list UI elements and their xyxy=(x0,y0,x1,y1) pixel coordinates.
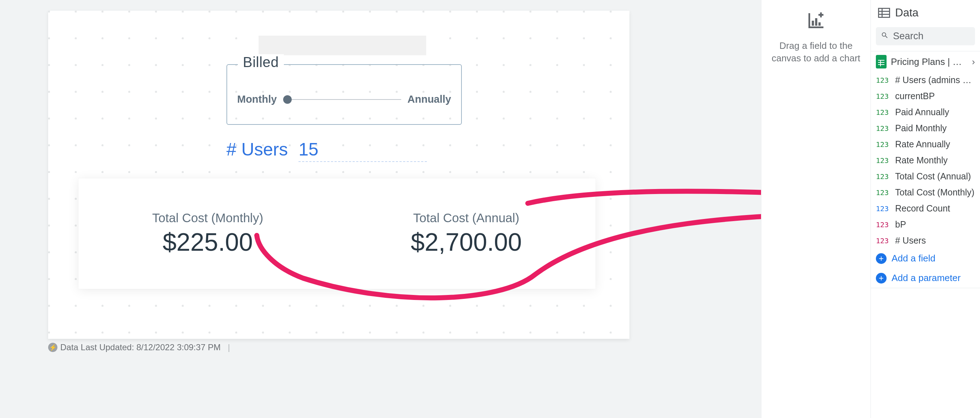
field-name: Paid Monthly xyxy=(895,123,947,134)
data-search[interactable]: Search xyxy=(876,27,975,45)
add-parameter-label: Add a parameter xyxy=(892,272,961,283)
field-name: Total Cost (Annual) xyxy=(895,171,971,181)
field-type-badge: 123 xyxy=(876,108,890,117)
metric-annual-value: $2,700.00 xyxy=(411,228,522,256)
field-row[interactable]: 123bP xyxy=(871,216,980,232)
chart-dropzone-panel: Drag a field to the canvas to add a char… xyxy=(761,0,870,418)
add-chart-icon xyxy=(806,11,826,31)
dropzone-hint-line1: Drag a field to the xyxy=(772,40,861,52)
field-name: Record Count xyxy=(895,203,950,214)
field-type-badge: 123 xyxy=(876,172,890,181)
footer-separator: | xyxy=(228,342,230,352)
slider-track xyxy=(283,99,401,100)
billed-option-annually: Annually xyxy=(407,94,451,105)
field-row[interactable]: 123currentBP xyxy=(871,88,980,104)
data-panel-title: Data xyxy=(895,6,918,19)
metric-monthly-title: Total Cost (Monthly) xyxy=(152,211,263,225)
field-name: currentBP xyxy=(895,91,935,101)
field-type-badge: 123 xyxy=(876,188,890,197)
field-row[interactable]: 123Total Cost (Annual) xyxy=(871,168,980,184)
add-field-label: Add a field xyxy=(892,253,935,264)
svg-rect-2 xyxy=(818,22,821,26)
metric-annual: Total Cost (Annual) $2,700.00 xyxy=(411,211,522,256)
bolt-icon: ⚡ xyxy=(48,343,57,352)
field-row[interactable]: 123Total Cost (Monthly) xyxy=(871,184,980,200)
field-row[interactable]: 123# Users (admins and … xyxy=(871,72,980,88)
billed-option-monthly: Monthly xyxy=(237,94,277,105)
field-row[interactable]: 123Record Count xyxy=(871,200,980,216)
placeholder-box xyxy=(259,36,426,55)
billed-slider[interactable] xyxy=(283,99,401,100)
plus-icon: + xyxy=(876,253,886,264)
metric-annual-title: Total Cost (Annual) xyxy=(411,211,522,225)
svg-rect-1 xyxy=(815,18,818,26)
users-value-input[interactable]: 15 xyxy=(299,139,427,162)
users-control[interactable]: # Users 15 xyxy=(226,139,427,162)
data-source-name: Pricing Plans | Co… xyxy=(891,56,967,67)
data-search-placeholder: Search xyxy=(893,31,924,42)
data-source-row[interactable]: Pricing Plans | Co… › xyxy=(871,51,980,72)
field-type-badge: 123 xyxy=(876,204,890,213)
field-type-badge: 123 xyxy=(876,76,890,84)
field-row[interactable]: 123Rate Monthly xyxy=(871,152,980,168)
canvas-grid xyxy=(48,11,630,339)
field-type-badge: 123 xyxy=(876,156,890,165)
dropzone-hint-line2: canvas to add a chart xyxy=(772,52,861,65)
billed-legend: Billed xyxy=(238,54,284,70)
field-type-badge: 123 xyxy=(876,237,890,245)
field-name: bP xyxy=(895,219,906,230)
data-freshness-footer: ⚡ Data Last Updated: 8/12/2022 3:09:37 P… xyxy=(48,342,230,352)
data-panel-icon xyxy=(878,8,890,18)
svg-rect-3 xyxy=(879,8,890,17)
users-label: # Users xyxy=(226,139,288,160)
search-icon xyxy=(881,32,889,41)
data-panel: Data Search Pricing Plans | Co… › 123# U… xyxy=(870,0,980,418)
slider-thumb[interactable] xyxy=(283,95,292,104)
data-panel-header: Data xyxy=(871,0,980,24)
metric-monthly-value: $225.00 xyxy=(152,228,263,256)
scorecard-container[interactable]: Total Cost (Monthly) $225.00 Total Cost … xyxy=(78,178,595,289)
field-row[interactable]: 123Paid Annually xyxy=(871,104,980,120)
footer-text: Data Last Updated: 8/12/2022 3:09:37 PM xyxy=(60,342,221,352)
field-type-badge: 123 xyxy=(876,221,890,229)
metric-monthly: Total Cost (Monthly) $225.00 xyxy=(152,211,263,256)
field-name: Total Cost (Monthly) xyxy=(895,187,974,197)
field-name: # Users xyxy=(895,235,926,246)
field-name: Paid Annually xyxy=(895,107,949,118)
report-canvas[interactable]: Billed Monthly Annually # Users 15 Total… xyxy=(48,11,630,339)
fields-list: 123# Users (admins and …123currentBP123P… xyxy=(871,72,980,249)
field-type-badge: 123 xyxy=(876,140,890,149)
svg-rect-0 xyxy=(812,21,814,26)
add-field-button[interactable]: + Add a field xyxy=(871,249,980,268)
field-row[interactable]: 123Paid Monthly xyxy=(871,120,980,136)
field-row[interactable]: 123# Users xyxy=(871,232,980,249)
plus-icon: + xyxy=(876,273,886,283)
billed-control[interactable]: Billed Monthly Annually xyxy=(226,64,462,125)
chevron-right-icon: › xyxy=(972,56,975,67)
add-parameter-button[interactable]: + Add a parameter xyxy=(871,268,980,288)
field-name: Rate Annually xyxy=(895,139,950,149)
sheets-icon xyxy=(876,55,886,68)
field-name: # Users (admins and … xyxy=(895,75,975,85)
field-type-badge: 123 xyxy=(876,124,890,133)
field-name: Rate Monthly xyxy=(895,155,948,165)
field-row[interactable]: 123Rate Annually xyxy=(871,136,980,152)
field-type-badge: 123 xyxy=(876,92,890,100)
